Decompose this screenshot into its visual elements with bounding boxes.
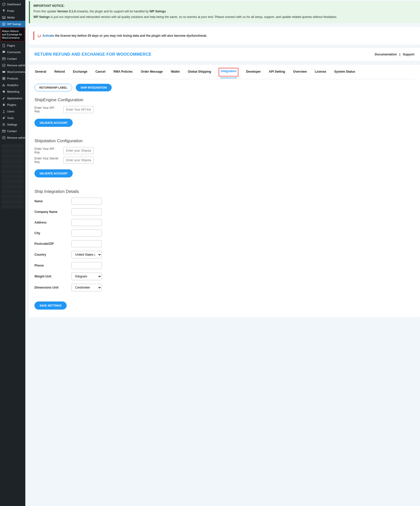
sidebar-item-tools[interactable]: Tools — [0, 115, 25, 121]
sidebar-item-settings[interactable]: Settings — [0, 121, 25, 128]
activate-link[interactable]: Activate — [42, 34, 54, 37]
notice-text: onwards, the plugin and its support will… — [77, 10, 149, 13]
sidebar-item-label: Contact — [7, 130, 17, 133]
users-icon — [2, 110, 6, 113]
sidebar-item-appearance[interactable]: Appearance — [0, 95, 25, 102]
svg-rect-6 — [2, 71, 5, 73]
sidebar-item-remove-admin-menus-by-role[interactable]: Remove admin menus by role — [0, 62, 25, 69]
input-shipstation-secret[interactable] — [63, 157, 94, 164]
mail-icon — [2, 57, 6, 60]
tab-overview[interactable]: Overview — [293, 69, 307, 76]
sidebar-item-comments[interactable]: Comments — [0, 49, 25, 55]
products-icon — [2, 77, 6, 80]
input-shipstation-api[interactable] — [63, 147, 94, 154]
tab-exchange[interactable]: Exchange — [72, 69, 88, 76]
tab-global-shipping[interactable]: Global Shipping — [187, 69, 212, 76]
sidebar-blurred-section — [0, 141, 25, 212]
tab-general[interactable]: General — [34, 69, 47, 76]
license-message: Activate the license key before 29 days … — [33, 31, 415, 40]
documentation-link[interactable]: Documentation — [375, 53, 397, 56]
plugin-title: RETURN REFUND AND EXCHANGE FOR WOOCOMMER… — [34, 52, 151, 57]
sidebar-item-label: Users — [7, 110, 14, 113]
details-row-dimensions-unit: Dimensions UnitCentimeter — [34, 284, 414, 291]
sidebar-item-wp-swings[interactable]: WP Swings — [0, 21, 25, 27]
save-settings-button[interactable]: SAVE SETTINGS — [34, 301, 67, 310]
tab-integration[interactable]: Integration — [220, 68, 237, 75]
details-input-name[interactable] — [71, 198, 102, 205]
sidebar-item-dashboard[interactable]: Dashboard — [0, 1, 25, 8]
details-label: Weight Unit — [34, 275, 67, 278]
details-input-postcode-zip[interactable] — [71, 240, 102, 247]
details-input-dimensions-unit[interactable]: Centimeter — [71, 284, 102, 291]
sidebar-item-label: Media — [7, 16, 15, 19]
sidebar-item-label: Posts — [7, 9, 14, 12]
sidebar-item-contact[interactable]: Contact — [0, 128, 25, 134]
tab-license[interactable]: License — [314, 69, 327, 76]
svg-point-12 — [4, 125, 5, 126]
details-input-city[interactable] — [71, 230, 102, 237]
details-input-weight-unit[interactable]: Kilogram — [71, 273, 102, 280]
sidebar-item-label: Analytics — [7, 84, 18, 87]
section-shipstation-title: Shipstation Configuration — [34, 138, 414, 144]
sidebar-item-products[interactable]: Products — [0, 75, 25, 82]
tabs-container: GeneralRefundExchangeCancelRMA PoliciesO… — [29, 65, 420, 317]
details-label: Postcode/ZIP — [34, 242, 67, 246]
subtab-ship-integration[interactable]: SHIP INTEGRATION — [76, 84, 112, 91]
sidebar-subitem-rma[interactable]: Return Refund and Exchange for WooCommer… — [1, 28, 25, 41]
tab-developer[interactable]: Developer — [245, 69, 261, 76]
sidebar-item-marketing[interactable]: Marketing — [0, 88, 25, 95]
license-rest-text: the license key before 29 days or you ma… — [55, 34, 207, 37]
tab-api-setting[interactable]: API Setting — [268, 69, 285, 76]
separator: | — [399, 53, 400, 56]
details-input-phone[interactable] — [71, 262, 102, 269]
sidebar-item-posts[interactable]: Posts — [0, 8, 25, 14]
support-link[interactable]: Support — [403, 53, 414, 56]
validate-shipstation-button[interactable]: VALIDATE ACCOUNT — [34, 169, 73, 177]
sidebar-item-analytics[interactable]: Analytics — [0, 82, 25, 88]
important-notice-banner: IMPORTANT NOTICE: From this update Versi… — [29, 1, 420, 23]
tab-cancel[interactable]: Cancel — [95, 69, 106, 76]
tab-order-message[interactable]: Order Message — [140, 69, 163, 76]
sidebar-item-label: Comments — [7, 51, 21, 54]
tab-refund[interactable]: Refund — [54, 69, 65, 76]
details-input-address[interactable] — [71, 219, 102, 226]
sidebar-item-label: Contact — [7, 57, 17, 60]
notice-version: Version 3.1.4 — [57, 10, 75, 13]
details-label: Dimensions Unit — [34, 286, 67, 289]
details-row-phone: Phone — [34, 262, 414, 269]
sidebar-item-label: Plugins — [7, 103, 16, 106]
label-shipstation-api: Enter Your API Key — [34, 147, 60, 154]
svg-point-11 — [4, 124, 5, 125]
svg-point-10 — [4, 123, 5, 124]
sidebar-item-label: Appearance — [7, 97, 22, 100]
sidebar-item-media[interactable]: Media — [0, 14, 25, 21]
tab-system-status[interactable]: System Status — [334, 69, 356, 76]
notice-text: is just our improvised and rebranded ver… — [51, 15, 337, 19]
license-activation-card: Activate the license key before 29 days … — [29, 27, 420, 45]
pin-icon — [2, 9, 6, 13]
tab-rma-policies[interactable]: RMA Policies — [113, 69, 133, 76]
subtab-returnship-label[interactable]: RETURNSHIP LABEL — [34, 84, 72, 91]
sidebar-item-label: Settings — [7, 123, 17, 126]
sidebar-item-label: WP Swings — [7, 23, 21, 26]
subtab-row: RETURNSHIP LABEL SHIP INTEGRATION — [34, 84, 414, 91]
validate-shipengine-button[interactable]: VALIDATE ACCOUNT — [34, 119, 73, 127]
details-input-company-name[interactable] — [71, 208, 102, 215]
spinner-icon — [38, 34, 41, 37]
sidebar-item-woocommerce[interactable]: WooCommerce — [0, 69, 25, 75]
svg-point-9 — [3, 110, 4, 111]
details-label: Address — [34, 221, 67, 224]
sidebar-item-pages[interactable]: Pages — [0, 42, 25, 49]
admin-sidebar: DashboardPostsMediaWP SwingsReturn Refun… — [0, 0, 25, 506]
sidebar-item-plugins[interactable]: Plugins — [0, 102, 25, 108]
settings-icon — [2, 123, 6, 126]
sidebar-item-users[interactable]: Users — [0, 108, 25, 115]
details-input-country[interactable]: United States (US) — [71, 251, 102, 258]
notice-text: . — [167, 10, 167, 13]
sidebar-item-contact[interactable]: Contact — [0, 55, 25, 62]
tab-wallet[interactable]: Wallet — [170, 69, 180, 76]
tools-icon — [2, 116, 6, 120]
notice-brand: WP Swings — [149, 10, 166, 13]
input-shipengine-api[interactable] — [63, 106, 94, 113]
sidebar-item-remove-admin-menus-by-role[interactable]: Remove admin menus by role — [0, 134, 25, 141]
